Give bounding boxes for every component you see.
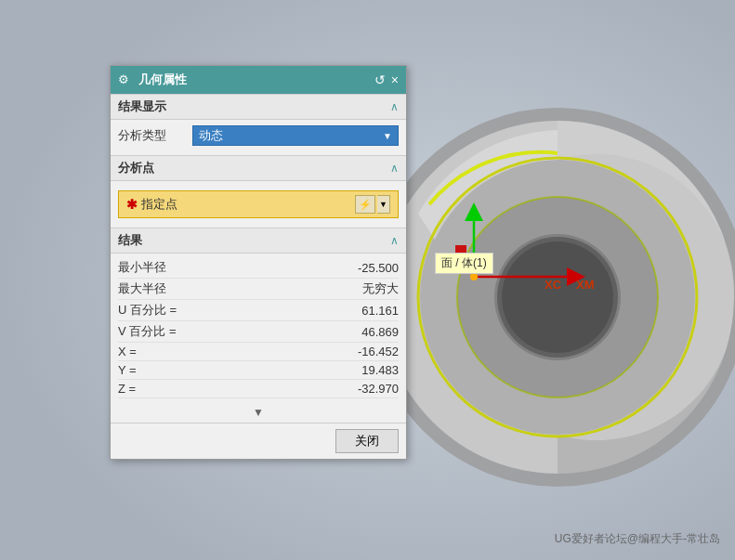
results-label: 结果	[118, 232, 142, 249]
dialog-titlebar: ⚙ 几何属性 ↺ ×	[111, 66, 406, 94]
results-display-content: 分析类型 动态 ▼	[111, 120, 406, 155]
results-display-label: 结果显示	[118, 98, 166, 115]
result-label: Y =	[118, 363, 324, 377]
result-row: Y =19.483	[118, 361, 399, 380]
scroll-indicator[interactable]: ▼	[111, 402, 406, 423]
dialog-title: 几何属性	[138, 72, 187, 88]
results-chevron: ∧	[390, 234, 399, 247]
settings-icon: ⚙	[118, 72, 133, 87]
titlebar-left: ⚙ 几何属性	[118, 72, 187, 88]
close-button[interactable]: 关闭	[335, 429, 399, 453]
point-text-label: 指定点	[141, 196, 177, 213]
svg-point-19	[470, 273, 478, 280]
results-display-chevron: ∧	[390, 100, 399, 113]
result-row: U 百分比 =61.161	[118, 300, 399, 321]
result-row: V 百分比 =46.869	[118, 321, 399, 343]
analysis-point-content: ✱ 指定点 ⚡ ▼	[111, 181, 406, 228]
result-label: 最大半径	[118, 280, 324, 297]
results-display-header[interactable]: 结果显示 ∧	[111, 94, 406, 120]
point-select-button[interactable]: ⚡	[355, 195, 375, 214]
dialog-footer: 关闭	[111, 423, 406, 459]
face-tooltip: 面 / 体(1)	[435, 253, 493, 274]
analysis-point-header[interactable]: 分析点 ∧	[111, 155, 406, 181]
analysis-type-label: 分析类型	[118, 127, 192, 144]
point-label-area: ✱ 指定点	[126, 196, 177, 213]
result-label: U 百分比 =	[118, 302, 324, 319]
result-label: 最小半径	[118, 259, 324, 276]
result-row: 最小半径-25.500	[118, 257, 399, 279]
required-asterisk: ✱	[126, 197, 138, 212]
lightning-icon: ⚡	[359, 199, 372, 211]
analysis-type-control: 动态 ▼	[192, 125, 399, 146]
result-value: 46.869	[324, 325, 399, 339]
result-row: X =-16.452	[118, 343, 399, 361]
result-value: 61.161	[324, 304, 399, 318]
point-btn-area: ⚡ ▼	[355, 195, 390, 214]
result-label: V 百分比 =	[118, 323, 324, 340]
close-dialog-button[interactable]: ×	[391, 73, 399, 86]
xm-axis-label: XM	[576, 278, 595, 292]
result-value: -25.500	[324, 261, 399, 275]
analysis-type-value: 动态	[199, 127, 223, 144]
point-selection-row: ✱ 指定点 ⚡ ▼	[118, 190, 399, 218]
analysis-type-dropdown[interactable]: 动态 ▼	[192, 125, 399, 146]
result-value: 无穷大	[324, 280, 399, 297]
point-dropdown-arrow-icon: ▼	[379, 200, 387, 209]
xc-axis-label: XC	[545, 278, 561, 292]
titlebar-right: ↺ ×	[374, 73, 399, 86]
analysis-type-row: 分析类型 动态 ▼	[118, 125, 399, 146]
dropdown-arrow-icon: ▼	[383, 131, 392, 141]
analysis-point-chevron: ∧	[390, 162, 399, 175]
watermark: UG爱好者论坛@编程大手-常壮岛	[555, 531, 720, 547]
geometry-properties-dialog: ⚙ 几何属性 ↺ × 结果显示 ∧ 分析类型 动态 ▼ 分析点 ∧	[110, 65, 407, 460]
svg-point-14	[502, 241, 613, 353]
result-value: -32.970	[324, 382, 399, 396]
point-dropdown-button[interactable]: ▼	[377, 195, 390, 214]
results-header[interactable]: 结果 ∧	[111, 228, 406, 254]
result-label: X =	[118, 345, 324, 358]
result-row: Z =-32.970	[118, 380, 399, 398]
refresh-button[interactable]: ↺	[374, 73, 386, 86]
results-content: 最小半径-25.500最大半径无穷大U 百分比 =61.161V 百分比 =46…	[111, 254, 406, 402]
result-value: -16.452	[324, 345, 399, 358]
result-label: Z =	[118, 382, 324, 396]
analysis-point-label: 分析点	[118, 160, 154, 176]
result-value: 19.483	[324, 363, 399, 377]
result-row: 最大半径无穷大	[118, 279, 399, 300]
